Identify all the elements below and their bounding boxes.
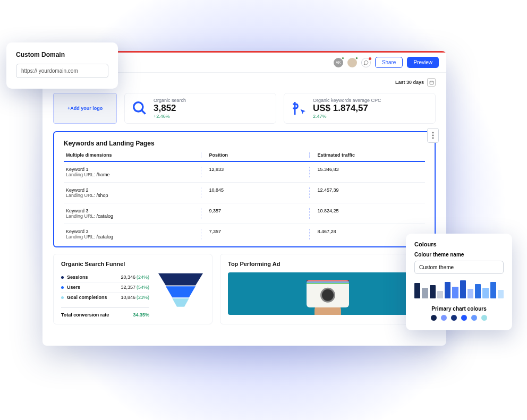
share-button[interactable]: Share (375, 57, 403, 68)
funnel-card: Organic Search Funnel Sessions20,346 (24… (53, 254, 212, 324)
add-logo-button[interactable]: +Add your logo (53, 93, 117, 124)
custom-domain-title: Custom Domain (16, 51, 108, 58)
svg-marker-5 (158, 273, 203, 286)
colour-theme-label: Colour theme name (414, 252, 504, 258)
calendar-icon (427, 78, 436, 87)
colour-theme-input[interactable] (414, 261, 504, 274)
dollar-click-icon (291, 100, 308, 117)
svg-point-4 (432, 138, 434, 139)
stat-label: Organic search (154, 98, 186, 103)
stat-value: US$ 1.874,57 (313, 103, 381, 114)
colour-swatch[interactable] (441, 315, 447, 321)
stat-avg-cpc: Organic keywords average CPC US$ 1.874,5… (284, 93, 436, 124)
panel-title: Keywords and Landing Pages (64, 140, 425, 147)
table-row: Keyword 3Landing URL: /catalog9,35710.82… (64, 203, 425, 224)
table-row: Keyword 2Landing URL: /shop10,84512.457,… (64, 183, 425, 203)
custom-domain-card: Custom Domain (6, 42, 118, 89)
primary-colour-swatches (414, 315, 504, 321)
svg-rect-0 (430, 81, 434, 84)
col-header-position: Position (201, 152, 309, 158)
svg-marker-6 (166, 286, 196, 297)
colour-swatch[interactable] (461, 315, 467, 321)
top-ad-title: Top Performing Ad (228, 261, 428, 267)
total-conv-value: 34.35% (133, 312, 149, 318)
funnel-row: Users32,357 (54%) (61, 282, 149, 293)
stat-label: Organic keywords average CPC (313, 98, 381, 103)
col-header-dimensions: Multiple dimensions (64, 152, 201, 158)
colours-card: Colours Colour theme name Primary chart … (406, 234, 512, 330)
date-range-label: Last 30 days (395, 80, 424, 85)
stat-delta: +2.46% (154, 114, 186, 119)
table-row: Keyword 3Landing URL: /catalog7,3578.467… (64, 224, 425, 244)
colour-preview-chart (414, 279, 504, 298)
colours-title: Colours (414, 241, 504, 247)
colour-swatch[interactable] (431, 315, 437, 321)
total-conv-label: Total conversion rate (61, 312, 109, 318)
colour-swatch[interactable] (451, 315, 457, 321)
keywords-panel: Keywords and Landing Pages Multiple dime… (53, 131, 436, 247)
funnel-title: Organic Search Funnel (61, 261, 205, 267)
svg-point-1 (134, 102, 143, 112)
funnel-row: Sessions20,346 (24%) (61, 272, 149, 282)
stat-value: 3,852 (154, 103, 186, 114)
preview-button[interactable]: Preview (407, 57, 439, 68)
ad-image (228, 272, 428, 315)
primary-colours-label: Primary chart colours (414, 306, 504, 312)
custom-domain-input[interactable] (16, 64, 108, 78)
stat-organic-search: Organic search 3,852 +2.46% (124, 93, 276, 124)
top-ad-card: Top Performing Ad (220, 254, 436, 324)
panel-menu-button[interactable] (427, 128, 439, 143)
funnel-row: Goal completions10,846 (23%) (61, 293, 149, 302)
avatar[interactable] (347, 58, 357, 67)
stat-delta: 2.47% (313, 114, 381, 119)
table-row: Keyword 1Landing URL: /home12,83315.346,… (64, 162, 425, 183)
colour-swatch[interactable] (481, 315, 487, 321)
dashboard-window: AK Share Preview Last 30 days +Add your … (42, 51, 446, 346)
svg-point-2 (432, 132, 434, 134)
col-header-traffic: Estimated traffic (309, 152, 425, 158)
colour-swatch[interactable] (471, 315, 477, 321)
search-icon (131, 100, 148, 117)
funnel-chart (157, 272, 205, 310)
avatar-ak[interactable]: AK (334, 58, 343, 67)
svg-marker-7 (172, 298, 189, 307)
notifications-icon[interactable] (361, 58, 371, 67)
svg-point-3 (432, 135, 434, 136)
